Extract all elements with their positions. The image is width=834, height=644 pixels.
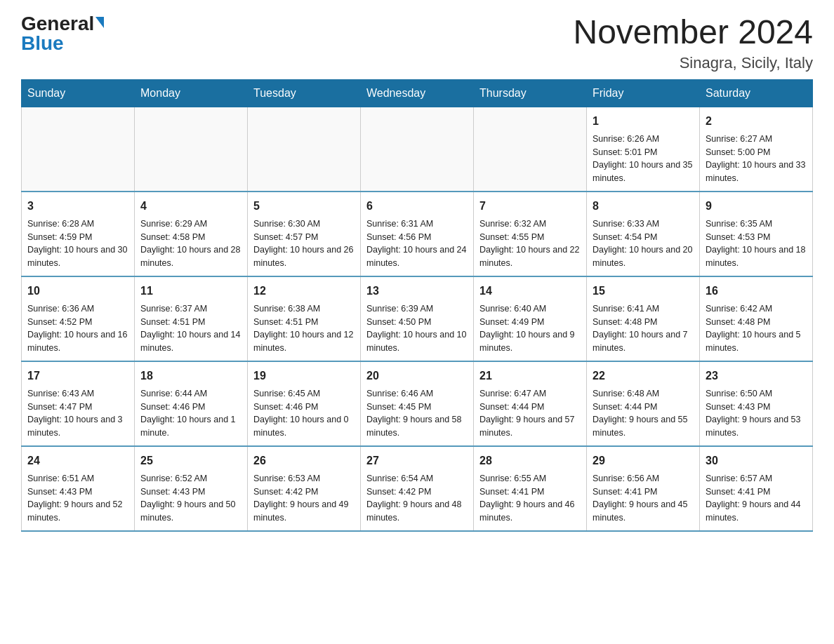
table-row: 9Sunrise: 6:35 AMSunset: 4:53 PMDaylight… xyxy=(700,192,813,276)
logo-blue-text: Blue xyxy=(21,34,64,53)
day-number: 29 xyxy=(593,452,694,469)
day-number: 17 xyxy=(27,368,128,384)
logo: General Blue xyxy=(21,14,104,53)
logo-arrow-icon xyxy=(95,17,104,28)
day-number: 6 xyxy=(366,198,468,215)
day-number: 28 xyxy=(479,452,581,469)
day-number: 1 xyxy=(593,113,694,130)
table-row xyxy=(248,107,361,192)
table-row: 5Sunrise: 6:30 AMSunset: 4:57 PMDaylight… xyxy=(248,192,361,276)
col-wednesday: Wednesday xyxy=(361,79,474,107)
table-row: 12Sunrise: 6:38 AMSunset: 4:51 PMDayligh… xyxy=(248,276,361,361)
table-row xyxy=(474,107,587,192)
col-sunday: Sunday xyxy=(22,79,135,107)
table-row xyxy=(135,107,248,192)
calendar-week-row: 1Sunrise: 6:26 AMSunset: 5:01 PMDaylight… xyxy=(22,107,813,192)
table-row: 21Sunrise: 6:47 AMSunset: 4:44 PMDayligh… xyxy=(474,361,587,446)
table-row: 26Sunrise: 6:53 AMSunset: 4:42 PMDayligh… xyxy=(248,446,361,531)
day-info: Sunrise: 6:54 AMSunset: 4:42 PMDaylight:… xyxy=(366,472,468,525)
table-row: 2Sunrise: 6:27 AMSunset: 5:00 PMDaylight… xyxy=(700,107,813,192)
day-number: 5 xyxy=(253,198,355,215)
table-row: 1Sunrise: 6:26 AMSunset: 5:01 PMDaylight… xyxy=(587,107,700,192)
day-info: Sunrise: 6:41 AMSunset: 4:48 PMDaylight:… xyxy=(593,302,694,355)
day-number: 13 xyxy=(366,283,468,300)
day-info: Sunrise: 6:56 AMSunset: 4:41 PMDaylight:… xyxy=(593,472,694,525)
table-row: 17Sunrise: 6:43 AMSunset: 4:47 PMDayligh… xyxy=(22,361,135,446)
day-info: Sunrise: 6:39 AMSunset: 4:50 PMDaylight:… xyxy=(366,302,468,355)
calendar-subtitle: Sinagra, Sicily, Italy xyxy=(573,54,813,72)
day-info: Sunrise: 6:36 AMSunset: 4:52 PMDaylight:… xyxy=(27,302,128,355)
day-info: Sunrise: 6:26 AMSunset: 5:01 PMDaylight:… xyxy=(593,133,694,185)
calendar-week-row: 10Sunrise: 6:36 AMSunset: 4:52 PMDayligh… xyxy=(22,276,813,361)
col-thursday: Thursday xyxy=(474,79,587,107)
col-friday: Friday xyxy=(587,79,700,107)
table-row: 22Sunrise: 6:48 AMSunset: 4:44 PMDayligh… xyxy=(587,361,700,446)
day-info: Sunrise: 6:27 AMSunset: 5:00 PMDaylight:… xyxy=(706,133,807,185)
calendar-header-row: Sunday Monday Tuesday Wednesday Thursday… xyxy=(22,79,813,107)
day-info: Sunrise: 6:52 AMSunset: 4:43 PMDaylight:… xyxy=(140,472,241,525)
col-tuesday: Tuesday xyxy=(248,79,361,107)
table-row: 15Sunrise: 6:41 AMSunset: 4:48 PMDayligh… xyxy=(587,276,700,361)
logo-general-text: General xyxy=(21,14,94,34)
day-number: 7 xyxy=(479,198,581,215)
table-row: 10Sunrise: 6:36 AMSunset: 4:52 PMDayligh… xyxy=(22,276,135,361)
day-number: 8 xyxy=(593,198,694,215)
day-number: 26 xyxy=(253,452,355,469)
table-row: 25Sunrise: 6:52 AMSunset: 4:43 PMDayligh… xyxy=(135,446,248,531)
day-info: Sunrise: 6:32 AMSunset: 4:55 PMDaylight:… xyxy=(479,217,581,270)
table-row: 8Sunrise: 6:33 AMSunset: 4:54 PMDaylight… xyxy=(587,192,700,276)
day-info: Sunrise: 6:46 AMSunset: 4:45 PMDaylight:… xyxy=(366,387,468,440)
calendar-week-row: 17Sunrise: 6:43 AMSunset: 4:47 PMDayligh… xyxy=(22,361,813,446)
day-info: Sunrise: 6:57 AMSunset: 4:41 PMDaylight:… xyxy=(706,472,807,525)
table-row: 7Sunrise: 6:32 AMSunset: 4:55 PMDaylight… xyxy=(474,192,587,276)
calendar-week-row: 3Sunrise: 6:28 AMSunset: 4:59 PMDaylight… xyxy=(22,192,813,276)
day-number: 12 xyxy=(253,283,355,300)
day-info: Sunrise: 6:35 AMSunset: 4:53 PMDaylight:… xyxy=(706,217,807,270)
day-number: 11 xyxy=(140,283,241,300)
day-info: Sunrise: 6:33 AMSunset: 4:54 PMDaylight:… xyxy=(593,217,694,270)
table-row xyxy=(22,107,135,192)
table-row: 13Sunrise: 6:39 AMSunset: 4:50 PMDayligh… xyxy=(361,276,474,361)
day-info: Sunrise: 6:55 AMSunset: 4:41 PMDaylight:… xyxy=(479,472,581,525)
day-info: Sunrise: 6:38 AMSunset: 4:51 PMDaylight:… xyxy=(253,302,355,355)
table-row: 11Sunrise: 6:37 AMSunset: 4:51 PMDayligh… xyxy=(135,276,248,361)
day-info: Sunrise: 6:51 AMSunset: 4:43 PMDaylight:… xyxy=(27,472,128,525)
day-number: 27 xyxy=(366,452,468,469)
day-number: 16 xyxy=(706,283,807,300)
day-info: Sunrise: 6:31 AMSunset: 4:56 PMDaylight:… xyxy=(366,217,468,270)
table-row: 23Sunrise: 6:50 AMSunset: 4:43 PMDayligh… xyxy=(700,361,813,446)
table-row: 6Sunrise: 6:31 AMSunset: 4:56 PMDaylight… xyxy=(361,192,474,276)
day-info: Sunrise: 6:30 AMSunset: 4:57 PMDaylight:… xyxy=(253,217,355,270)
calendar-title: November 2024 xyxy=(573,14,813,51)
table-row: 30Sunrise: 6:57 AMSunset: 4:41 PMDayligh… xyxy=(700,446,813,531)
table-row: 24Sunrise: 6:51 AMSunset: 4:43 PMDayligh… xyxy=(22,446,135,531)
col-monday: Monday xyxy=(135,79,248,107)
page-header: General Blue November 2024 Sinagra, Sici… xyxy=(21,14,813,72)
day-info: Sunrise: 6:37 AMSunset: 4:51 PMDaylight:… xyxy=(140,302,241,355)
day-number: 21 xyxy=(479,368,581,384)
day-number: 10 xyxy=(27,283,128,300)
day-info: Sunrise: 6:44 AMSunset: 4:46 PMDaylight:… xyxy=(140,387,241,440)
day-info: Sunrise: 6:43 AMSunset: 4:47 PMDaylight:… xyxy=(27,387,128,440)
table-row: 4Sunrise: 6:29 AMSunset: 4:58 PMDaylight… xyxy=(135,192,248,276)
day-number: 24 xyxy=(27,452,128,469)
day-number: 4 xyxy=(140,198,241,215)
table-row: 19Sunrise: 6:45 AMSunset: 4:46 PMDayligh… xyxy=(248,361,361,446)
day-info: Sunrise: 6:42 AMSunset: 4:48 PMDaylight:… xyxy=(706,302,807,355)
day-info: Sunrise: 6:48 AMSunset: 4:44 PMDaylight:… xyxy=(593,387,694,440)
table-row: 20Sunrise: 6:46 AMSunset: 4:45 PMDayligh… xyxy=(361,361,474,446)
day-number: 2 xyxy=(706,113,807,130)
day-info: Sunrise: 6:50 AMSunset: 4:43 PMDaylight:… xyxy=(706,387,807,440)
table-row: 3Sunrise: 6:28 AMSunset: 4:59 PMDaylight… xyxy=(22,192,135,276)
day-info: Sunrise: 6:40 AMSunset: 4:49 PMDaylight:… xyxy=(479,302,581,355)
day-number: 3 xyxy=(27,198,128,215)
table-row: 16Sunrise: 6:42 AMSunset: 4:48 PMDayligh… xyxy=(700,276,813,361)
title-section: November 2024 Sinagra, Sicily, Italy xyxy=(573,14,813,72)
table-row: 18Sunrise: 6:44 AMSunset: 4:46 PMDayligh… xyxy=(135,361,248,446)
day-info: Sunrise: 6:47 AMSunset: 4:44 PMDaylight:… xyxy=(479,387,581,440)
day-number: 9 xyxy=(706,198,807,215)
day-number: 25 xyxy=(140,452,241,469)
table-row: 29Sunrise: 6:56 AMSunset: 4:41 PMDayligh… xyxy=(587,446,700,531)
table-row: 28Sunrise: 6:55 AMSunset: 4:41 PMDayligh… xyxy=(474,446,587,531)
table-row: 27Sunrise: 6:54 AMSunset: 4:42 PMDayligh… xyxy=(361,446,474,531)
